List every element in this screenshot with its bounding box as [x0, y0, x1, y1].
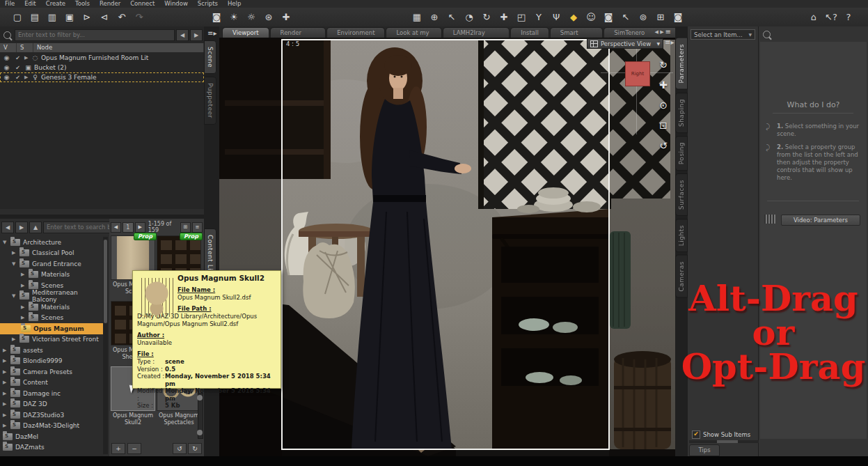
whats-this-icon[interactable]: ↖?	[823, 10, 839, 25]
expand-icon[interactable]: ▶	[24, 75, 29, 80]
nav-up-button[interactable]: ▲	[29, 222, 42, 233]
parameter-search-icon[interactable]	[763, 31, 771, 38]
expand-icon[interactable]: ▶	[21, 283, 26, 288]
add-button[interactable]: +	[111, 443, 125, 454]
hair-tool-icon[interactable]: Ψ	[549, 10, 564, 25]
expand-icon[interactable]: ▶	[3, 369, 8, 375]
scene-node-genesis-3-female[interactable]: ◉ ✔ ▶ ♀ Genesis 3 Female	[0, 72, 204, 82]
new-node-icon[interactable]: ✚	[278, 10, 294, 25]
new-file-icon[interactable]: ▢	[10, 10, 25, 25]
folder-item[interactable]: DazMel	[0, 431, 103, 442]
tab-parameters[interactable]: Parameters	[675, 38, 688, 90]
expand-icon[interactable]: ▶	[3, 412, 8, 418]
folder-item[interactable]: ▶ Daz4Mat-3Delight	[0, 421, 103, 432]
folder-item[interactable]: ▼ Grand Entrance	[0, 258, 103, 270]
rotate-tool-icon[interactable]: ◔	[461, 10, 477, 25]
nav-back-button[interactable]: ◀	[1, 222, 14, 233]
spot-render-icon[interactable]: ◙	[601, 10, 616, 25]
surface-selection-tool-icon[interactable]: ◆	[566, 10, 581, 25]
expand-icon[interactable]: ▶	[3, 348, 8, 353]
show-sub-items[interactable]: ✔ Show Sub Items	[692, 430, 750, 439]
viewport-pane-menu-icon[interactable]: ≡▸	[665, 38, 674, 46]
tab-lamh2iray-catalyzer[interactable]: LAMH2Iray Catalyzer	[443, 27, 510, 38]
tab-install[interactable]: Install	[510, 27, 549, 38]
filter-prev-button[interactable]: ◀	[176, 29, 189, 41]
tab-render-settings-vp[interactable]: Render Settings	[270, 27, 326, 38]
pane-menu-icon[interactable]: ≡▸	[207, 29, 216, 37]
eye-icon[interactable]: ◉	[2, 64, 11, 71]
help-icon[interactable]: ?	[841, 10, 856, 25]
menu-item[interactable]: Window	[159, 0, 193, 8]
new-camera-icon[interactable]: ◙	[209, 10, 224, 25]
new-point-light-icon[interactable]: ☼	[244, 10, 259, 25]
folder-tree-scrollbar[interactable]	[103, 237, 108, 454]
selectable-icon[interactable]: ✔	[13, 75, 22, 81]
tips-tab[interactable]: Tips	[689, 444, 720, 456]
folder-item[interactable]: ▶ DAZ 3D	[0, 399, 103, 410]
horizontal-scrollbar[interactable]	[689, 440, 768, 443]
folder-item[interactable]: Opus Magnum	[0, 323, 103, 334]
expand-icon[interactable]: ▼	[12, 261, 17, 267]
tab-lights[interactable]: Lights	[675, 219, 688, 252]
menu-item[interactable]: Help	[223, 0, 246, 8]
refresh-icon[interactable]: ↺	[173, 443, 187, 454]
expand-icon[interactable]: ▶	[3, 423, 8, 428]
folder-item[interactable]: ▶ Materials	[0, 302, 103, 313]
scale-tool-icon[interactable]: ◰	[514, 10, 529, 25]
render-library-icon[interactable]: ◙	[670, 10, 686, 25]
scene-node-bucket[interactable]: ◉ ✔ ▣ Bucket (2)	[0, 63, 204, 72]
tab-scroll-arrows[interactable]: ◀ ▶ ≡	[655, 28, 674, 36]
tab-puppeteer[interactable]: Puppeteer	[204, 77, 216, 125]
geometry-editor-icon[interactable]: ⊚	[636, 10, 651, 25]
node-editor-icon[interactable]: ⊞	[653, 10, 668, 25]
folder-item[interactable]: ▶ Blondie9999	[0, 356, 103, 367]
folder-item[interactable]: DAZmats	[0, 442, 103, 453]
figure-setup-icon[interactable]: ☺	[583, 10, 599, 25]
expand-icon[interactable]: ▶	[3, 401, 8, 407]
viewport-canvas[interactable]	[219, 38, 675, 456]
expand-icon[interactable]: ▶	[3, 380, 8, 385]
render-icon[interactable]: ▦	[409, 10, 425, 25]
home-daz-icon[interactable]: ⌂	[806, 10, 821, 25]
column-selectable[interactable]: S	[17, 43, 33, 52]
video-parameters-button[interactable]: Video: Parameters	[781, 215, 860, 226]
tab-environment[interactable]: Environment	[326, 27, 385, 38]
expand-icon[interactable]: ▼	[3, 240, 8, 245]
expand-icon[interactable]: ▶	[24, 55, 29, 61]
view-cube[interactable]: Right	[625, 61, 650, 86]
page-next-button[interactable]: ▶	[135, 222, 145, 233]
tool-settings-icon[interactable]: ↖	[618, 10, 633, 25]
nav-forward-button[interactable]: ▶	[15, 222, 28, 233]
reset-view-icon[interactable]: ↺	[656, 139, 670, 153]
column-node[interactable]: Node	[33, 43, 204, 52]
scene-node-opus-magnum-room[interactable]: ◉ ✔ ▶ ◌ Opus Magnum Furnished Room Lit	[0, 53, 204, 63]
zoom-view-icon[interactable]: ⊙	[656, 98, 670, 112]
item-selector-dropdown[interactable]: Select an Item... ▼	[691, 29, 755, 40]
folder-item[interactable]: ▶ Victorian Street Front	[0, 334, 103, 345]
open-file-icon[interactable]: ▤	[27, 10, 42, 25]
folder-item[interactable]: ▼ Architecture	[0, 237, 103, 248]
folder-item[interactable]: ▶ DAZ3Studio3	[0, 410, 103, 421]
menu-item[interactable]: File	[0, 0, 19, 8]
eye-icon[interactable]: ◉	[2, 74, 11, 81]
eye-icon[interactable]: ◉	[2, 54, 11, 61]
expand-icon[interactable]: ▶	[21, 304, 26, 310]
filter-input[interactable]	[15, 29, 175, 41]
open-recent-icon[interactable]: ▥	[45, 10, 60, 25]
tab-shaping[interactable]: Shaping	[675, 93, 688, 133]
frame-view-icon[interactable]: ⊡	[656, 118, 670, 132]
filter-next-button[interactable]: ▶	[190, 29, 203, 41]
joint-editor-icon[interactable]: Y	[531, 10, 546, 25]
pan-view-icon[interactable]: ✚	[656, 78, 670, 92]
folder-item[interactable]: ▶ Classical Pool	[0, 248, 103, 259]
folder-item[interactable]: ▶ Content	[0, 378, 103, 389]
menu-item[interactable]: Create	[41, 0, 70, 8]
folder-item[interactable]: ▼ Mediterranean Balcony	[0, 291, 103, 302]
list-view-icon[interactable]: ≡	[192, 222, 203, 233]
checkbox-checked-icon[interactable]: ✔	[692, 430, 700, 439]
export-icon[interactable]: ⊲	[97, 10, 112, 25]
import-icon[interactable]: ⊳	[79, 10, 95, 25]
selectable-icon[interactable]: ✔	[13, 65, 22, 71]
folder-item[interactable]: ▶ Camera Presets	[0, 366, 103, 378]
folder-item[interactable]: ▶ Scenes	[0, 313, 103, 324]
